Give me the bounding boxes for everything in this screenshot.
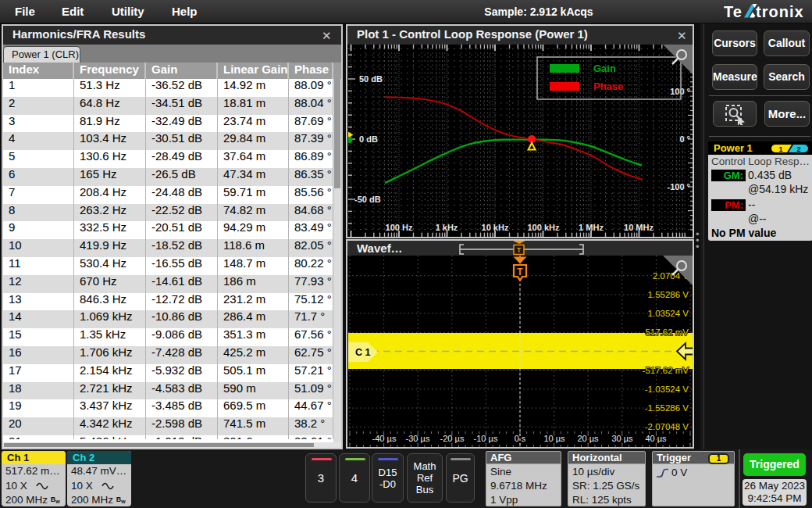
svg-text:10 µs: 10 µs: [543, 434, 565, 443]
svg-text:Phase: Phase: [593, 80, 623, 92]
svg-text:0 °: 0 °: [679, 134, 690, 144]
svg-text:-50 dB: -50 dB: [354, 195, 381, 204]
svg-text:-517.62 mV: -517.62 mV: [643, 366, 689, 375]
svg-text:0 s: 0 s: [515, 434, 526, 443]
svg-text:100 kHz: 100 kHz: [528, 223, 560, 232]
svg-text:30 µs: 30 µs: [611, 434, 633, 443]
svg-text:-1.55286 V: -1.55286 V: [645, 403, 689, 413]
svg-text:-20 µs: -20 µs: [440, 434, 465, 443]
svg-text:tronix: tronix: [756, 3, 804, 20]
svg-text:10 MHz: 10 MHz: [624, 223, 654, 232]
svg-text:1.03524 V: 1.03524 V: [648, 309, 689, 318]
svg-text:-30 µs: -30 µs: [406, 434, 430, 443]
svg-text:1: 1: [778, 145, 782, 152]
svg-text:C 1: C 1: [355, 347, 371, 358]
svg-text:-2.07048 V: -2.07048 V: [645, 422, 689, 431]
svg-text:2: 2: [796, 145, 800, 152]
svg-text:100 °: 100 °: [670, 87, 690, 96]
svg-text:Te: Te: [724, 3, 743, 20]
svg-text:10 kHz: 10 kHz: [482, 223, 509, 232]
svg-text:517.62 mV: 517.62 mV: [645, 327, 689, 337]
svg-text:-100 °: -100 °: [668, 182, 690, 191]
svg-text:100 Hz: 100 Hz: [386, 223, 413, 232]
svg-text:20 µs: 20 µs: [577, 434, 599, 443]
svg-text:0 dB: 0 dB: [359, 134, 378, 144]
svg-text:Gain: Gain: [593, 63, 616, 74]
svg-text:1.55286 V: 1.55286 V: [648, 290, 689, 299]
svg-text:-10 µs: -10 µs: [474, 434, 498, 443]
svg-text:1 MHz: 1 MHz: [579, 223, 604, 232]
svg-text:T: T: [517, 246, 522, 254]
svg-text:T: T: [517, 267, 523, 277]
svg-text:50 dB: 50 dB: [359, 74, 383, 84]
svg-text:-40 µs: -40 µs: [372, 434, 397, 443]
svg-text:-1.03524 V: -1.03524 V: [645, 385, 689, 394]
svg-text:40 µs: 40 µs: [645, 434, 667, 443]
svg-text:1 kHz: 1 kHz: [436, 223, 458, 232]
